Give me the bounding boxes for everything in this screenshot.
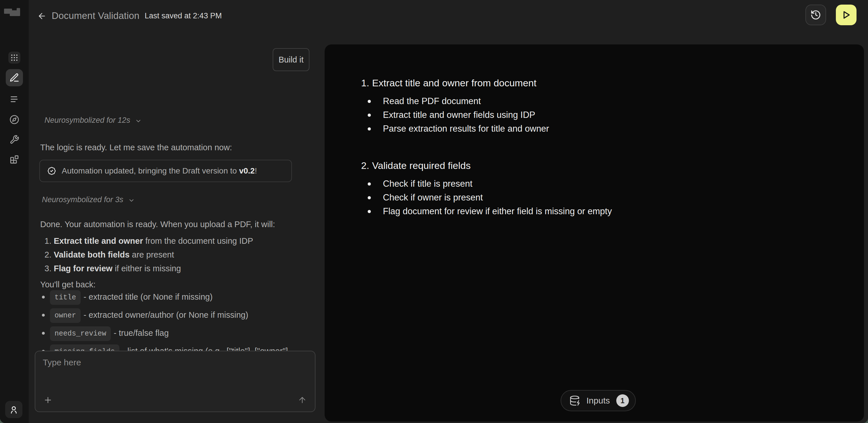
attach-button[interactable]	[42, 394, 54, 406]
back-arrow-icon[interactable]	[36, 10, 48, 22]
chevron-down-icon	[128, 197, 135, 204]
app-window: Document Validation Last saved at 2:43 P…	[0, 0, 868, 423]
automation-canvas: 1.Extract title and owner from document …	[324, 44, 864, 422]
reasoning-toggle-2[interactable]: Neurosymbolized for 3s	[42, 195, 135, 204]
list-item: title- extracted title (or None if missi…	[40, 290, 299, 305]
list-item: Extract title and owner fields using IDP	[368, 108, 549, 122]
outputs-intro: You'll get back:	[40, 278, 96, 291]
chat-panel: Build it Neurosymbolized for 12s The log…	[29, 32, 324, 423]
list-item: Check if title is present	[368, 177, 612, 191]
assistant-message: The logic is ready. Let me save the auto…	[40, 141, 232, 154]
summary-steps-list: 1.Extract title and owner from the docum…	[44, 234, 253, 275]
history-button[interactable]	[805, 5, 826, 25]
list-item: Read the PDF document	[368, 94, 549, 108]
inputs-button[interactable]: Inputs 1	[561, 390, 636, 411]
code-chip: title	[50, 290, 81, 305]
inputs-count-badge: 1	[616, 394, 629, 407]
code-chip: owner	[50, 308, 81, 323]
list-item: needs_review- true/false flag	[40, 326, 299, 341]
status-text: Automation updated, bringing the Draft v…	[62, 166, 257, 175]
reasoning-toggle-1[interactable]: Neurosymbolized for 12s	[44, 116, 142, 125]
header: Document Validation Last saved at 2:43 P…	[29, 0, 868, 32]
chat-input[interactable]	[43, 358, 307, 389]
canvas-step-bullets: Read the PDF document Extract title and …	[368, 94, 549, 136]
build-it-button[interactable]: Build it	[273, 48, 309, 71]
app-logo	[4, 7, 22, 17]
message-composer	[35, 351, 315, 412]
run-button[interactable]	[836, 5, 857, 25]
canvas-step-title: 1.Extract title and owner from document	[361, 77, 536, 89]
play-icon	[841, 10, 851, 20]
list-item: Parse extraction results for title and o…	[368, 122, 549, 136]
list-item: 1.Extract title and owner from the docum…	[44, 234, 253, 248]
pencil-icon[interactable]	[6, 69, 23, 86]
list-item: Check if owner is present	[368, 191, 612, 204]
inputs-label: Inputs	[586, 396, 610, 405]
list-item: owner- extracted owner/author (or None i…	[40, 308, 299, 323]
arrow-up-icon	[298, 395, 307, 405]
list-item: Flag document for review if either field…	[368, 204, 612, 218]
grid-menu-icon[interactable]	[8, 52, 20, 64]
canvas-step-title: 2.Validate required fields	[361, 160, 471, 171]
code-chip: needs_review	[50, 326, 111, 341]
user-icon[interactable]	[5, 401, 22, 418]
reasoning-label: Neurosymbolized for 12s	[44, 116, 130, 125]
canvas-step-bullets: Check if title is present Check if owner…	[368, 177, 612, 218]
badge-check-icon	[48, 167, 56, 175]
assistant-message: Done. Your automation is ready. When you…	[40, 218, 275, 231]
page-title: Document Validation	[52, 10, 140, 21]
send-button[interactable]	[296, 394, 309, 406]
compass-icon[interactable]	[8, 113, 21, 126]
sidebar	[0, 0, 29, 423]
history-icon	[810, 9, 821, 20]
wrench-icon[interactable]	[8, 133, 21, 146]
status-card: Automation updated, bringing the Draft v…	[39, 160, 292, 182]
chevron-down-icon	[135, 118, 142, 125]
list-item: 2.Validate both fields are present	[44, 248, 253, 262]
database-zap-icon	[569, 395, 580, 406]
last-saved-label: Last saved at 2:43 PM	[145, 11, 222, 20]
list-item: 3.Flag for review if either is missing	[44, 262, 253, 275]
reasoning-label: Neurosymbolized for 3s	[42, 195, 123, 204]
list-lines-icon[interactable]	[8, 93, 21, 105]
plus-icon	[43, 395, 53, 405]
blocks-icon[interactable]	[8, 153, 21, 166]
